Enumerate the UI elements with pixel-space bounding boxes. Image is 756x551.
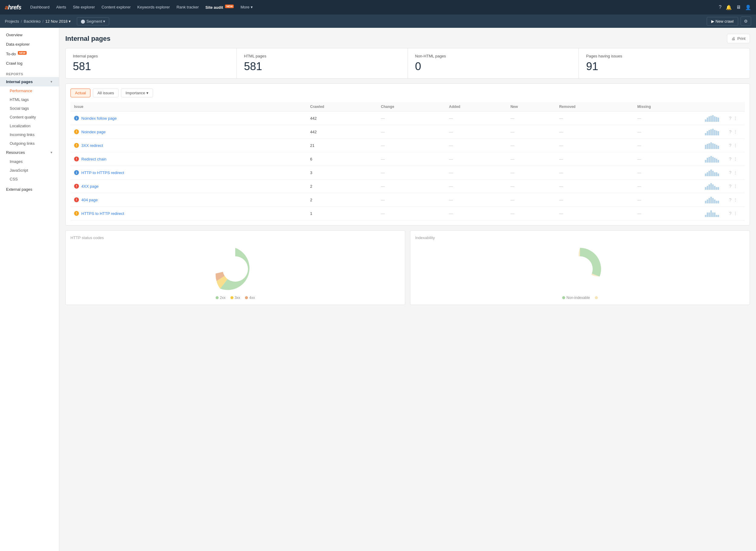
nav-link-dashboard[interactable]: Dashboard xyxy=(27,3,53,11)
more-options-icon[interactable]: ⋮ xyxy=(733,143,738,148)
reports-section-label: REPORTS xyxy=(0,68,59,77)
filter-importance-button[interactable]: Importance ▾ xyxy=(121,89,153,97)
issue-new: — xyxy=(507,193,555,207)
logo[interactable]: ahrefs xyxy=(5,4,21,11)
more-options-icon[interactable]: ⋮ xyxy=(733,211,738,216)
more-options-icon[interactable]: ⋮ xyxy=(733,184,738,188)
chevron-icon: ▼ xyxy=(50,80,53,83)
sidebar-link-todo[interactable]: To-do NEW xyxy=(0,49,59,59)
issue-new: — xyxy=(507,166,555,179)
sidebar-resources-header[interactable]: Resources ▼ xyxy=(0,148,59,157)
sidebar-link-css[interactable]: CSS xyxy=(0,175,59,183)
more-options-icon[interactable]: ⋮ xyxy=(733,156,738,161)
more-options-icon[interactable]: ⋮ xyxy=(733,116,738,121)
sidebar-sub-content-quality[interactable]: Content quality xyxy=(0,113,59,121)
help-circle-icon[interactable]: ? xyxy=(729,197,732,202)
settings-button[interactable]: ⚙ xyxy=(741,17,751,26)
nav-link-rank-tracker[interactable]: Rank tracker xyxy=(173,3,202,11)
issue-new: — xyxy=(507,139,555,152)
stat-card-pages-issues: Pages having issues 91 xyxy=(579,48,750,78)
print-button[interactable]: 🖨 Print xyxy=(727,34,750,43)
issue-missing: — xyxy=(634,179,703,193)
stat-value: 0 xyxy=(415,60,572,73)
nav-link-site-explorer[interactable]: Site explorer xyxy=(70,3,98,11)
nav-link-keywords-explorer[interactable]: Keywords explorer xyxy=(134,3,173,11)
issue-change: — xyxy=(377,111,445,125)
table-row: i Noindex follow page 442 — — — — — ? ⋮ xyxy=(70,111,745,125)
issue-change: — xyxy=(377,152,445,166)
issue-crawled: 1 xyxy=(307,207,377,220)
filter-actual-button[interactable]: Actual xyxy=(70,89,90,97)
table-row: ! 3XX redirect 21 — — — — — ? ⋮ xyxy=(70,139,745,152)
help-circle-icon[interactable]: ? xyxy=(729,184,732,188)
issue-name[interactable]: HTTP to HTTPS redirect xyxy=(81,170,124,175)
resources-chevron-icon: ▼ xyxy=(50,151,53,154)
issue-missing: — xyxy=(634,166,703,179)
sidebar-link-crawl-log[interactable]: Crawl log xyxy=(0,59,59,68)
nav-link-content-explorer[interactable]: Content explorer xyxy=(98,3,134,11)
issue-added: — xyxy=(445,111,507,125)
help-circle-icon[interactable]: ? xyxy=(729,211,732,216)
todo-new-badge: NEW xyxy=(18,51,27,55)
sidebar-link-external-pages[interactable]: External pages xyxy=(0,185,59,194)
more-options-icon[interactable]: ⋮ xyxy=(733,129,738,134)
issue-name[interactable]: Noindex follow page xyxy=(81,116,117,121)
sidebar-sub-incoming-links[interactable]: Incoming links xyxy=(0,130,59,139)
issue-actions: ? ⋮ xyxy=(727,166,745,179)
sidebar-sub-social-tags[interactable]: Social tags xyxy=(0,104,59,113)
issue-name[interactable]: Noindex page xyxy=(81,130,105,134)
breadcrumb-projects[interactable]: Projects xyxy=(5,19,19,24)
sidebar-item-internal-pages[interactable]: Internal pages ▼ xyxy=(0,77,59,86)
breadcrumb-backlinko[interactable]: Backlinko xyxy=(24,19,41,24)
help-icon[interactable]: ? xyxy=(719,5,722,10)
help-circle-icon[interactable]: ? xyxy=(729,143,732,148)
new-crawl-button[interactable]: ▶ New crawl xyxy=(707,17,738,26)
printer-icon: 🖨 xyxy=(732,36,735,41)
help-circle-icon[interactable]: ? xyxy=(729,170,732,175)
issue-type-icon: i xyxy=(74,116,79,121)
sidebar-link-data-explorer[interactable]: Data explorer xyxy=(0,40,59,49)
table-row: ! Noindex page 442 — — — — — ? ⋮ xyxy=(70,125,745,139)
sidebar-link-javascript[interactable]: JavaScript xyxy=(0,166,59,175)
breadcrumb-date[interactable]: 12 Nov 2018 ▾ xyxy=(45,19,71,24)
sidebar-sub-html-tags[interactable]: HTML tags xyxy=(0,95,59,104)
issue-chart xyxy=(703,193,727,207)
help-circle-icon[interactable]: ? xyxy=(729,116,732,121)
issue-name[interactable]: HTTPS to HTTP redirect xyxy=(81,211,124,216)
stat-value: 581 xyxy=(244,60,400,73)
user-icon[interactable]: 👤 xyxy=(745,5,751,10)
issue-chart xyxy=(703,179,727,193)
issue-name[interactable]: 3XX redirect xyxy=(81,143,103,148)
issue-actions: ? ⋮ xyxy=(727,207,745,220)
issue-actions: ? ⋮ xyxy=(727,152,745,166)
notifications-icon[interactable]: 🔔 xyxy=(726,5,732,10)
issue-actions: ? ⋮ xyxy=(727,139,745,152)
nav-link-alerts[interactable]: Alerts xyxy=(53,3,69,11)
issue-name[interactable]: 404 page xyxy=(81,198,98,202)
issue-name[interactable]: 4XX page xyxy=(81,184,98,188)
sidebar-link-images[interactable]: Images xyxy=(0,157,59,166)
sidebar-link-overview[interactable]: Overview xyxy=(0,30,59,40)
more-options-icon[interactable]: ⋮ xyxy=(733,197,738,202)
more-options-icon[interactable]: ⋮ xyxy=(733,170,738,175)
sidebar-sub-outgoing-links[interactable]: Outgoing links xyxy=(0,139,59,148)
help-circle-icon[interactable]: ? xyxy=(729,156,732,161)
issue-missing: — xyxy=(634,152,703,166)
filter-all-issues-button[interactable]: All issues xyxy=(93,89,118,97)
col-added: Added xyxy=(445,102,507,111)
sidebar-sub-performance[interactable]: Performance xyxy=(0,86,59,95)
issue-new: — xyxy=(507,125,555,139)
stat-label: Internal pages xyxy=(73,54,229,58)
issue-type-icon: ! xyxy=(74,184,79,188)
issue-change: — xyxy=(377,125,445,139)
issue-name[interactable]: Redirect chain xyxy=(81,157,106,161)
nav-link-more[interactable]: More ▾ xyxy=(238,3,256,11)
issue-crawled: 2 xyxy=(307,193,377,207)
issue-removed: — xyxy=(555,166,634,179)
nav-link-site-audit[interactable]: Site audit NEW xyxy=(202,3,237,11)
help-circle-icon[interactable]: ? xyxy=(729,129,732,134)
issue-chart xyxy=(703,139,727,152)
segment-button[interactable]: ⬤ Segment ▾ xyxy=(77,17,109,25)
sidebar-sub-localization[interactable]: Localization xyxy=(0,121,59,130)
monitor-icon[interactable]: 🖥 xyxy=(736,5,741,10)
